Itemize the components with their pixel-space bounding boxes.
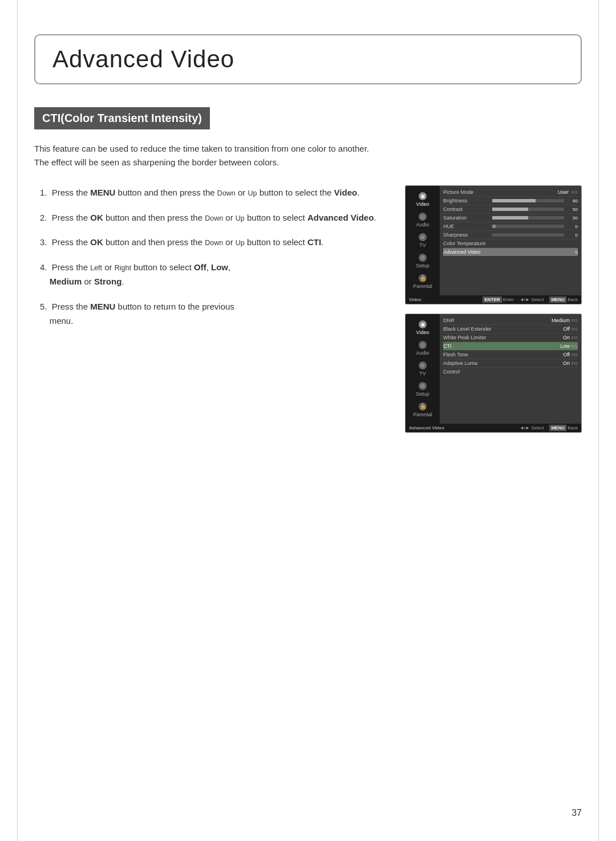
tv-row-picture-mode: Picture Mode User FG [443, 188, 578, 197]
tv-row-adaptive-luma: Adaptive Luma On FG [443, 359, 578, 368]
tv-sidebar-parental: 🔒 Parental [406, 271, 440, 292]
tv-row-color-temp: Color Temperature [443, 239, 578, 248]
page-title: Advanced Video [52, 46, 234, 72]
tv-row-dnr: DNR Medium FG [443, 316, 578, 325]
step-3: 3. Press the OK button and then press th… [34, 235, 388, 250]
main-content: 1. Press the MENU button and then press … [34, 185, 582, 433]
tv-sidebar-tv: ⊕ TV [406, 230, 440, 251]
tv-row-black-level: Black Level Extender Off FG [443, 325, 578, 334]
tv-bottom-bar-1: Video ENTER Enter ◄/► Select MENU Back [406, 295, 581, 304]
tv-sidebar-video: ▣ Video [406, 189, 440, 210]
screens-column: ▣ Video ◎ Audio ⊕ TV ⚙ Setup [405, 185, 582, 433]
tv-sidebar-parental-2: 🔒 Parental [406, 400, 440, 420]
tv-row-hue: HUE 0 [443, 222, 578, 231]
parental-icon-2: 🔒 [419, 403, 427, 411]
video-icon-2: ▣ [419, 320, 427, 328]
parental-icon: 🔒 [419, 274, 427, 282]
tv-row-advanced-video: Advanced Video 0 [443, 248, 578, 256]
page-border-left [17, 0, 18, 841]
tv-screen-1: ▣ Video ◎ Audio ⊕ TV ⚙ Setup [405, 185, 582, 304]
tv-sidebar-audio-2: ◎ Audio [406, 338, 440, 359]
tv-screen-2: ▣ Video ◎ Audio ⊕ TV ⚙ Setup [405, 314, 582, 433]
tv-sidebar-setup: ⚙ Setup [406, 251, 440, 271]
tv-row-cti: CTI Low FG [443, 342, 578, 351]
tv-row-brightness: Brightness 60 [443, 197, 578, 205]
step-5: 5. Press the MENU button to return to th… [34, 299, 388, 328]
intro-text: This feature can be used to reduce the t… [34, 142, 582, 169]
tv-row-sharpness: Sharpness 0 [443, 231, 578, 239]
setup-icon: ⚙ [419, 254, 427, 262]
tv-row-contrast: Contrast 50 [443, 205, 578, 214]
audio-icon-2: ◎ [419, 341, 427, 349]
tv-main-1: Picture Mode User FG Brightness 60 Contr… [440, 186, 581, 295]
video-icon: ▣ [419, 192, 427, 200]
tv-row-flesh-tone: Flesh Tone Off FG [443, 351, 578, 359]
tv-sidebar-tv-2: ⊕ TV [406, 359, 440, 379]
page-title-box: Advanced Video [34, 34, 582, 84]
tv-bottom-bar-2: Advanced Video ◄/► Select MENU Back [406, 424, 581, 432]
tv-sidebar-audio: ◎ Audio [406, 210, 440, 230]
tv-sidebar-2: ▣ Video ◎ Audio ⊕ TV ⚙ Setup [406, 314, 440, 424]
step-2: 2. Press the OK button and then press th… [34, 210, 388, 225]
tv-row-white-peak: White Peak Limiter On FG [443, 334, 578, 342]
tv-sidebar-setup-2: ⚙ Setup [406, 379, 440, 400]
audio-icon: ◎ [419, 213, 427, 221]
page-number: 37 [572, 808, 582, 818]
section-heading: CTI(Color Transient Intensity) [34, 107, 210, 129]
step-4: 4. Press the Left or Right button to sel… [34, 260, 388, 289]
page-border-right [598, 0, 599, 841]
steps-list: 1. Press the MENU button and then press … [34, 185, 388, 339]
tv-sidebar-1: ▣ Video ◎ Audio ⊕ TV ⚙ Setup [406, 186, 440, 295]
setup-icon-2: ⚙ [419, 382, 427, 390]
tv-row-saturation: Saturation 50 [443, 214, 578, 222]
tv-row-control: Control [443, 368, 578, 376]
tv-icon: ⊕ [419, 233, 427, 241]
step-1: 1. Press the MENU button and then press … [34, 185, 388, 200]
tv-main-2: DNR Medium FG Black Level Extender Off F… [440, 314, 581, 424]
tv-sidebar-video-2: ▣ Video [406, 318, 440, 338]
tv-icon-2: ⊕ [419, 361, 427, 369]
